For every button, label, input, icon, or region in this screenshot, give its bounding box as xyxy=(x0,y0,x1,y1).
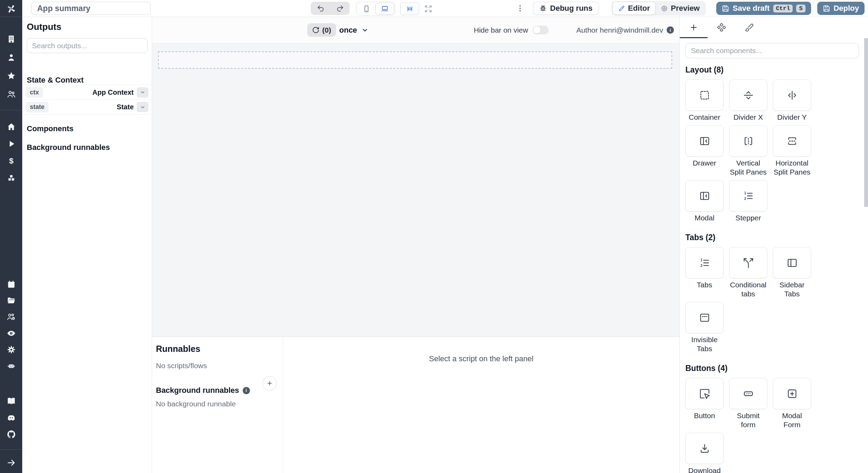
sidebar-item-resources[interactable] xyxy=(0,169,22,186)
sidebar-item-audit-logs[interactable] xyxy=(0,325,22,341)
schedule-mode-label: once xyxy=(339,26,357,35)
separator-horizontal-icon xyxy=(743,90,754,101)
tab-component-settings[interactable] xyxy=(708,17,735,38)
component-card-divider-y[interactable] xyxy=(773,79,811,111)
deploy-button[interactable]: Deploy xyxy=(817,2,865,15)
info-icon[interactable] xyxy=(243,387,250,394)
search-components-input[interactable] xyxy=(685,43,859,58)
more-menu-button[interactable] xyxy=(513,1,527,15)
sidebar-item-docs[interactable] xyxy=(0,392,22,409)
sidebar-item-variables[interactable] xyxy=(0,152,22,169)
component-card-container[interactable] xyxy=(685,79,724,111)
tab-insert-component[interactable] xyxy=(680,17,708,38)
component-card-modal[interactable] xyxy=(685,180,724,211)
eye-icon xyxy=(7,329,16,338)
sidebar-item-runs[interactable] xyxy=(0,135,22,152)
desktop-view-button[interactable] xyxy=(375,3,394,15)
sidebar-item-ai[interactable] xyxy=(0,358,22,374)
bug-icon xyxy=(539,5,547,12)
component-label-tabs: Tabs xyxy=(697,280,712,289)
component-card-button[interactable] xyxy=(685,378,724,409)
mouse-pointer-square-icon xyxy=(699,388,710,399)
component-card-vertical-split-panes[interactable] xyxy=(729,125,767,157)
plus-icon xyxy=(689,23,698,32)
output-row-ctx[interactable]: ctx App Context xyxy=(22,85,152,100)
component-label-drawer: Drawer xyxy=(693,159,716,168)
tab-editor[interactable]: Editor xyxy=(612,2,656,15)
app-canvas: (0) once Hide bar on view Author henri@w… xyxy=(152,17,679,337)
component-card-divider-x[interactable] xyxy=(729,79,767,111)
sidebar-item-groups[interactable] xyxy=(0,85,22,103)
add-background-runnable-button[interactable] xyxy=(262,376,277,390)
sidebar-item-discord[interactable] xyxy=(0,409,22,426)
sidebar-item-workspace[interactable] xyxy=(0,30,22,48)
component-card-stepper[interactable] xyxy=(729,180,767,211)
undo-button[interactable] xyxy=(311,2,330,15)
kbd-s: S xyxy=(796,5,805,12)
mobile-view-button[interactable] xyxy=(357,2,375,15)
component-label-sidebar-tabs: Sidebar Tabs xyxy=(773,280,811,298)
outputs-panel: Outputs State & Context ctx App Context … xyxy=(22,17,152,473)
expand-sidebar-button[interactable] xyxy=(0,454,22,471)
home-icon xyxy=(7,122,16,132)
component-card-invisible-tabs[interactable] xyxy=(685,302,724,333)
sidebar-item-user[interactable] xyxy=(0,48,22,67)
preview-label: Preview xyxy=(671,4,700,13)
deploy-label: Deploy xyxy=(834,4,859,13)
ctx-key-badge: ctx xyxy=(26,87,43,98)
center-canvas-button[interactable] xyxy=(400,2,419,15)
output-row-state[interactable]: state State xyxy=(22,100,152,115)
author-label: Author henri@windmill.dev xyxy=(576,26,663,34)
background-runnables-header: Background runnables xyxy=(156,386,278,395)
state-key-badge: state xyxy=(26,102,49,112)
app-summary-input[interactable] xyxy=(31,2,151,15)
split-panes-vertical-icon xyxy=(743,135,754,147)
component-item-conditional-tabs: Conditional tabs xyxy=(729,247,767,298)
save-draft-label: Save draft xyxy=(733,4,769,13)
tab-theme[interactable] xyxy=(735,17,763,38)
tab-preview[interactable]: Preview xyxy=(656,2,705,15)
undo-icon xyxy=(317,5,325,12)
component-label-divider-x: Divider X xyxy=(733,113,763,122)
component-card-conditional-tabs[interactable] xyxy=(729,247,767,278)
chevron-down-icon xyxy=(140,90,145,95)
component-card-sidebar-tabs[interactable] xyxy=(773,247,811,278)
sidebar-item-favorites[interactable] xyxy=(0,67,22,85)
component-card-submit-form[interactable] xyxy=(729,378,767,409)
windmill-app-editor: Debug runs Editor Preview Save draft Ctr… xyxy=(0,0,868,473)
component-item-container: Container xyxy=(685,79,724,122)
sidebar-item-github[interactable] xyxy=(0,426,22,442)
redo-button[interactable] xyxy=(330,2,350,15)
debug-runs-label: Debug runs xyxy=(550,4,592,13)
component-card-horizontal-split-panes[interactable] xyxy=(773,125,811,157)
sidebar-item-workers[interactable] xyxy=(0,309,22,325)
fullwidth-canvas-button[interactable] xyxy=(419,2,437,15)
component-card-modal-form[interactable] xyxy=(773,378,811,409)
windmill-logo-icon[interactable] xyxy=(0,2,22,15)
schedule-mode-dropdown[interactable]: once xyxy=(339,23,368,37)
search-outputs-input[interactable] xyxy=(27,38,148,53)
panel-left-close-icon xyxy=(699,135,710,147)
component-item-button: Button xyxy=(685,378,724,429)
script-detail-panel: Select a script on the left panel xyxy=(283,337,679,473)
component-card-drawer[interactable] xyxy=(685,125,724,157)
preview-icon xyxy=(661,5,668,12)
form-dots-icon xyxy=(743,388,754,399)
component-card-download-button[interactable] xyxy=(685,433,724,464)
state-expand-button[interactable] xyxy=(137,102,148,112)
info-icon[interactable] xyxy=(667,26,674,34)
sidebar-item-folders[interactable] xyxy=(0,293,22,309)
save-draft-button[interactable]: Save draft Ctrl S xyxy=(716,2,811,15)
sidebar-item-schedules[interactable] xyxy=(0,276,22,293)
section-grid-tabs-2: TabsConditional tabsSidebar TabsInvisibl… xyxy=(685,247,862,357)
sidebar-item-home[interactable] xyxy=(0,118,22,135)
sidebar-item-settings[interactable] xyxy=(0,341,22,358)
refresh-count-button[interactable]: (0) xyxy=(307,23,336,37)
component-card-tabs[interactable] xyxy=(685,247,724,278)
hide-bar-toggle[interactable] xyxy=(533,26,549,34)
canvas-empty-drop-row[interactable] xyxy=(158,51,672,69)
component-item-modal: Modal xyxy=(685,180,724,222)
ctx-expand-button[interactable] xyxy=(137,87,148,98)
debug-runs-button[interactable]: Debug runs xyxy=(533,2,599,15)
components-scrollbar[interactable] xyxy=(864,38,868,207)
